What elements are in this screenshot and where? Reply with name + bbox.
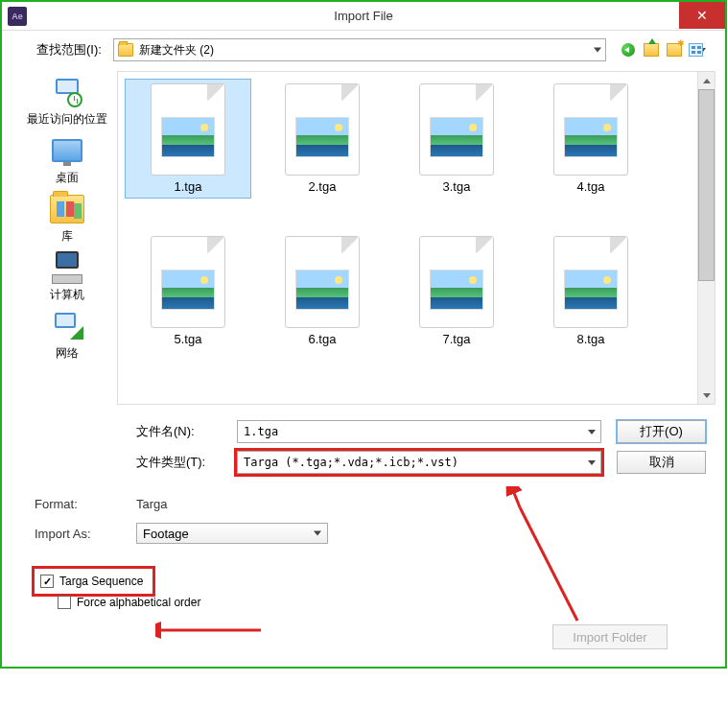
import-folder-button: Import Folder	[552, 624, 668, 649]
look-in-dropdown[interactable]: 新建文件夹 (2)	[113, 38, 606, 61]
file-thumbnail	[151, 236, 225, 328]
targa-sequence-label: Targa Sequence	[59, 575, 143, 588]
file-thumbnail	[151, 83, 225, 176]
folder-icon	[118, 43, 133, 57]
title-bar: Ae Import File ✕	[2, 2, 725, 31]
sidebar-item-libraries[interactable]: 库	[47, 190, 87, 247]
back-button[interactable]	[620, 41, 637, 59]
import-as-dropdown[interactable]: Footage	[136, 523, 328, 544]
file-name-label: 8.tga	[577, 332, 605, 346]
look-in-label: 查找范围(I):	[36, 41, 102, 59]
chevron-up-icon	[703, 79, 711, 83]
format-value: Targa	[136, 497, 168, 511]
filename-input[interactable]: 1.tga	[237, 420, 601, 443]
filetype-dropdown[interactable]: Targa (*.tga;*.vda;*.icb;*.vst)	[237, 451, 601, 474]
folder-up-icon	[644, 43, 659, 57]
file-name-label: 3.tga	[443, 179, 471, 194]
sidebar-item-computer[interactable]: 计算机	[47, 248, 87, 305]
new-folder-icon	[667, 43, 682, 57]
file-thumbnail	[419, 236, 494, 328]
file-name-label: 6.tga	[309, 332, 337, 346]
file-item[interactable]: 6.tga	[260, 232, 385, 350]
filename-label: 文件名(N):	[136, 423, 222, 440]
file-item[interactable]: 5.tga	[126, 232, 250, 350]
targa-sequence-checkbox[interactable]	[40, 575, 54, 588]
file-name-label: 2.tga	[309, 179, 337, 194]
filetype-label: 文件类型(T):	[136, 454, 222, 471]
file-item[interactable]: 4.tga	[528, 80, 653, 198]
back-icon	[621, 43, 635, 57]
import-as-label: Import As:	[35, 527, 127, 541]
file-thumbnail	[285, 83, 360, 176]
computer-icon	[48, 251, 86, 284]
file-item[interactable]: 2.tga	[260, 80, 385, 198]
look-in-value: 新建文件夹 (2)	[139, 42, 214, 59]
file-name-label: 5.tga	[175, 332, 202, 346]
chevron-down-icon	[594, 48, 601, 53]
chevron-down-icon	[581, 421, 600, 442]
chevron-down-icon	[703, 393, 711, 398]
scroll-down-button[interactable]	[698, 387, 715, 404]
file-item[interactable]: 1.tga	[126, 80, 250, 198]
sidebar-item-recent[interactable]: 最近访问的位置	[27, 73, 107, 129]
format-label: Format:	[35, 497, 127, 511]
network-icon	[49, 311, 85, 341]
file-name-label: 4.tga	[577, 179, 605, 194]
vertical-scrollbar[interactable]	[697, 72, 715, 404]
cancel-button[interactable]: 取消	[617, 451, 706, 474]
sidebar-item-desktop[interactable]: 桌面	[47, 131, 87, 188]
file-thumbnail	[419, 83, 494, 176]
window-title: Import File	[2, 9, 725, 23]
file-thumbnail	[553, 236, 628, 328]
file-name-label: 1.tga	[175, 179, 202, 194]
chevron-down-icon	[581, 452, 600, 473]
file-item[interactable]: 7.tga	[394, 232, 519, 350]
view-menu-button[interactable]	[689, 41, 706, 59]
desktop-icon	[52, 139, 82, 162]
force-alphabetical-checkbox[interactable]	[58, 596, 71, 609]
sidebar-item-network[interactable]: 网络	[47, 307, 87, 364]
scroll-up-button[interactable]	[698, 72, 715, 89]
up-one-level-button[interactable]	[643, 41, 660, 59]
view-icon	[689, 43, 703, 57]
file-thumbnail	[285, 236, 360, 328]
close-button[interactable]: ✕	[679, 2, 725, 29]
scroll-thumb[interactable]	[698, 89, 715, 281]
file-list[interactable]: 1.tga2.tga3.tga4.tga5.tga6.tga7.tga8.tga	[117, 71, 715, 405]
file-name-label: 7.tga	[443, 332, 471, 346]
force-alphabetical-label: Force alphabetical order	[77, 596, 200, 609]
file-item[interactable]: 3.tga	[394, 80, 519, 198]
open-button[interactable]: 打开(O)	[617, 420, 706, 443]
file-thumbnail	[553, 83, 628, 176]
new-folder-button[interactable]	[666, 41, 683, 59]
recent-icon	[48, 77, 86, 107]
file-item[interactable]: 8.tga	[528, 232, 653, 350]
library-icon	[50, 195, 84, 223]
places-sidebar: 最近访问的位置 桌面 库 计算机 网络	[17, 71, 117, 405]
